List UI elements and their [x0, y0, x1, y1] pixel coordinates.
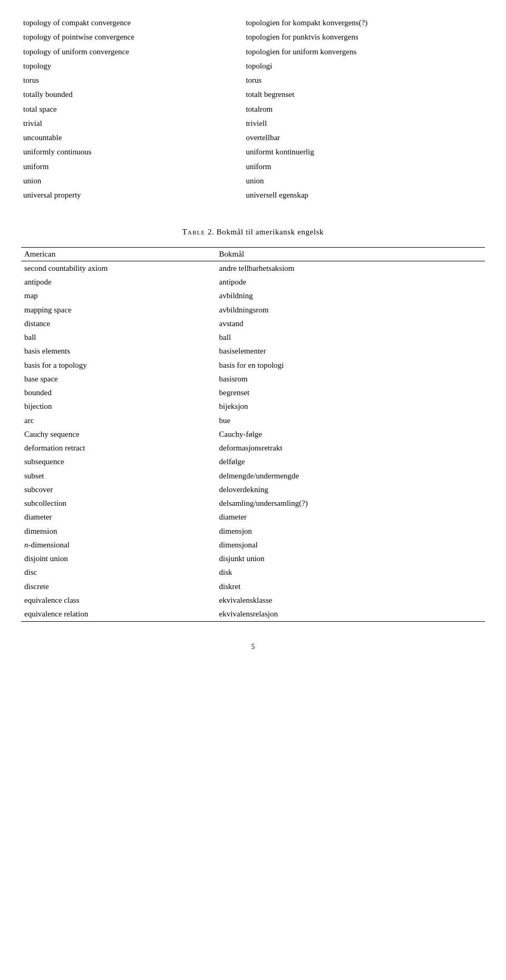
table-row: Cauchy sequenceCauchy-følge	[21, 427, 485, 441]
american-term: subcollection	[21, 497, 216, 511]
table-row: discdisk	[21, 566, 485, 580]
bokmal-term: diameter	[216, 511, 485, 524]
english-term: topology of compakt convergence	[21, 16, 244, 30]
american-term: discrete	[21, 580, 216, 593]
bokmal-term: disjunkt union	[216, 552, 485, 566]
english-term: universal property	[21, 188, 244, 202]
table-row: trivialtriviell	[21, 116, 485, 131]
bokmal-term: delmengde/undermengde	[216, 469, 485, 483]
english-term: trivial	[21, 116, 244, 131]
bokmal-term: avbildningsrom	[216, 303, 485, 317]
american-term: subsequence	[21, 455, 216, 469]
american-term: mapping space	[21, 303, 216, 317]
norwegian-term: union	[244, 174, 485, 188]
table-row: universal propertyuniversell egenskap	[21, 188, 485, 202]
bokmal-term: antipode	[216, 276, 485, 289]
table-row: mapping spaceavbildningsrom	[21, 303, 485, 317]
norwegian-term: uniform	[244, 160, 485, 174]
table-row: totally boundedtotalt begrenset	[21, 87, 485, 102]
top-continuation-table: topology of compakt convergencetopologie…	[21, 16, 485, 202]
table-row: ballball	[21, 331, 485, 345]
bokmal-term: Cauchy-følge	[216, 427, 485, 441]
american-term: dimension	[21, 524, 216, 538]
american-term: base space	[21, 372, 216, 386]
table-label: Table	[182, 228, 206, 236]
main-table: American Bokmål second countability axio…	[21, 247, 485, 622]
table-row: subsetdelmengde/undermengde	[21, 469, 485, 483]
norwegian-term: triviell	[244, 116, 485, 131]
bokmal-term: diskret	[216, 580, 485, 593]
norwegian-term: topologien for uniform konvergens	[244, 45, 485, 59]
american-term: subset	[21, 469, 216, 483]
bokmal-term: begrenset	[216, 386, 485, 400]
american-term: map	[21, 289, 216, 303]
table-row: topologytopologi	[21, 59, 485, 73]
col-header-bokmal: Bokmål	[216, 248, 485, 261]
table-row: subsequencedelfølge	[21, 455, 485, 469]
bokmal-term: delsamling/undersamling(?)	[216, 497, 485, 511]
table-row: second countability axiomandre tellbarhe…	[21, 261, 485, 276]
american-term: bounded	[21, 386, 216, 400]
bokmal-term: ball	[216, 331, 485, 345]
bokmal-term: andre tellbarhetsaksiom	[216, 261, 485, 276]
table-row: discretediskret	[21, 580, 485, 593]
english-term: totally bounded	[21, 87, 244, 102]
american-term: bijection	[21, 400, 216, 414]
table-row: topology of compakt convergencetopologie…	[21, 16, 485, 30]
bokmal-term: delfølge	[216, 455, 485, 469]
norwegian-term: torus	[244, 73, 485, 87]
english-term: union	[21, 174, 244, 188]
american-term: ball	[21, 331, 216, 345]
english-term: torus	[21, 73, 244, 87]
bokmal-term: bijeksjon	[216, 400, 485, 414]
table-row: arcbue	[21, 414, 485, 427]
american-term: antipode	[21, 276, 216, 289]
american-term: n-dimensional	[21, 538, 216, 552]
table-row: uniformly continuousuniformt kontinuerli…	[21, 145, 485, 159]
bokmal-term: dimensjon	[216, 524, 485, 538]
table-row: uncountableovertellbar	[21, 131, 485, 145]
english-term: uniformly continuous	[21, 145, 244, 159]
page-number: 5	[21, 643, 485, 651]
english-term: uncountable	[21, 131, 244, 145]
table-row: torustorus	[21, 73, 485, 87]
norwegian-term: topologi	[244, 59, 485, 73]
american-term: equivalence class	[21, 593, 216, 607]
table-row: deformation retractdeformasjonsretrakt	[21, 442, 485, 455]
american-term: basis for a topology	[21, 358, 216, 372]
bokmal-term: deformasjonsretrakt	[216, 442, 485, 455]
american-term: disc	[21, 566, 216, 580]
norwegian-term: totalrom	[244, 102, 485, 116]
table-subtitle: Bokmål til amerikansk engelsk	[217, 228, 324, 236]
bokmal-term: ekvivalensklasse	[216, 593, 485, 607]
table-row: subcoverdeloverdekning	[21, 483, 485, 496]
english-term: uniform	[21, 160, 244, 174]
english-term: topology of pointwise convergence	[21, 30, 244, 44]
norwegian-term: overtellbar	[244, 131, 485, 145]
bokmal-term: avstand	[216, 317, 485, 330]
norwegian-term: universell egenskap	[244, 188, 485, 202]
table-row: boundedbegrenset	[21, 386, 485, 400]
table-row: bijectionbijeksjon	[21, 400, 485, 414]
norwegian-term: totalt begrenset	[244, 87, 485, 102]
american-term: Cauchy sequence	[21, 427, 216, 441]
table-row: basis elementsbasiselementer	[21, 345, 485, 358]
american-term: deformation retract	[21, 442, 216, 455]
table-row: base spacebasisrom	[21, 372, 485, 386]
bokmal-term: avbildning	[216, 289, 485, 303]
table-row: antipodeantipode	[21, 276, 485, 289]
table-row: subcollectiondelsamling/undersamling(?)	[21, 497, 485, 511]
section-title: Table 2. Bokmål til amerikansk engelsk	[21, 228, 485, 237]
col-header-american: American	[21, 248, 216, 261]
table-row: topology of uniform convergencetopologie…	[21, 45, 485, 59]
norwegian-term: uniformt kontinuerlig	[244, 145, 485, 159]
bokmal-term: deloverdekning	[216, 483, 485, 496]
table-row: distanceavstand	[21, 317, 485, 330]
table-number: 2.	[208, 228, 214, 236]
bokmal-term: bue	[216, 414, 485, 427]
english-term: topology	[21, 59, 244, 73]
american-term: subcover	[21, 483, 216, 496]
table-row: diameterdiameter	[21, 511, 485, 524]
bokmal-term: dimensjonal	[216, 538, 485, 552]
american-term: second countability axiom	[21, 261, 216, 276]
